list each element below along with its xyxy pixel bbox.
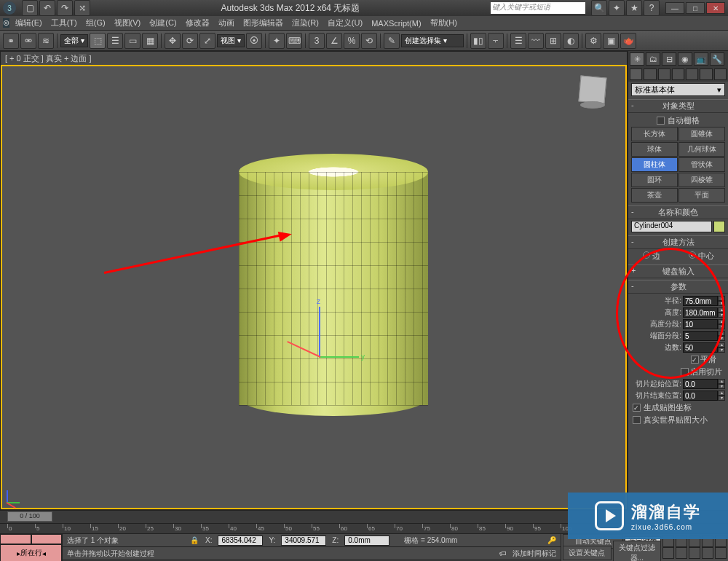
sliceto-spinner[interactable]: ▴▾	[683, 391, 725, 401]
nav-zoom-ext-icon[interactable]	[715, 547, 727, 559]
slice-on-checkbox[interactable]	[681, 368, 689, 376]
lights-cat-icon[interactable]	[658, 68, 670, 80]
mirror-icon[interactable]: ▮▯	[470, 33, 486, 49]
add-time-tag[interactable]: 添加时间标记	[513, 549, 556, 559]
prim-pyramid[interactable]: 四棱锥	[678, 173, 725, 187]
nav-maximize-icon[interactable]	[676, 547, 687, 559]
sides-spinner[interactable]: ▴▾	[683, 342, 725, 353]
cameras-cat-icon[interactable]	[672, 68, 684, 80]
nav-fov-icon[interactable]	[689, 547, 700, 559]
motion-tab-icon[interactable]: ◉	[678, 52, 692, 66]
systems-cat-icon[interactable]	[714, 68, 727, 80]
link-icon[interactable]: ⚭	[3, 33, 19, 49]
pivot-icon[interactable]: ⦿	[246, 33, 262, 49]
spinner-snap-icon[interactable]: ⟲	[361, 33, 377, 49]
coord-y-value[interactable]: 34009.571	[281, 536, 326, 546]
key-icon[interactable]: 🔑	[547, 536, 556, 544]
edit-named-sel-icon[interactable]: ✎	[384, 33, 400, 49]
prim-sphere[interactable]: 球体	[631, 142, 678, 157]
category-dropdown[interactable]: 标准基本体▾	[631, 83, 725, 96]
search-icon[interactable]: 🔍	[591, 0, 607, 16]
scale-icon[interactable]: ⤢	[199, 33, 215, 49]
time-tag-icon[interactable]: 🏷	[499, 549, 507, 557]
align-icon[interactable]: ⫟	[488, 33, 504, 49]
snap-toggle-icon[interactable]: 3	[309, 33, 325, 49]
time-slider-thumb[interactable]: 0 / 100	[7, 511, 52, 522]
name-color-header[interactable]: -名称和颜色	[628, 205, 728, 219]
prim-box[interactable]: 长方体	[631, 127, 678, 141]
help-search-input[interactable]: 键入关键字或短语	[491, 2, 585, 14]
key-filters-button[interactable]: 关键点过滤器...	[613, 541, 662, 561]
menu-views[interactable]: 视图(V)	[111, 17, 144, 28]
menu-animation[interactable]: 动画	[215, 17, 237, 28]
shapes-cat-icon[interactable]	[644, 68, 656, 80]
nav-orbit-icon[interactable]	[662, 547, 674, 559]
render-setup-icon[interactable]: ⚙	[585, 33, 601, 49]
slicefrom-spinner[interactable]: ▴▾	[683, 379, 725, 389]
material-editor-icon[interactable]: ◐	[563, 33, 579, 49]
radius-spinner[interactable]: ▴▾	[683, 296, 725, 306]
prim-tube[interactable]: 管状体	[678, 157, 725, 172]
script-mini-listener[interactable]: ▸所在行◂	[0, 534, 63, 561]
smooth-checkbox[interactable]	[691, 356, 699, 364]
object-type-header[interactable]: -对象类型	[628, 99, 728, 113]
move-icon[interactable]: ✥	[165, 33, 181, 49]
angle-snap-icon[interactable]: ∠	[326, 33, 342, 49]
prim-plane[interactable]: 平面	[678, 188, 725, 203]
ref-coord-combo[interactable]: 视图▾	[217, 34, 245, 47]
parameters-header[interactable]: -参数	[628, 280, 728, 294]
window-crossing-icon[interactable]: ▦	[142, 33, 158, 49]
capseg-spinner[interactable]: ▴▾	[683, 331, 725, 341]
helpers-cat-icon[interactable]	[686, 68, 698, 80]
create-tab-icon[interactable]: ✳	[630, 52, 644, 66]
rendered-frame-icon[interactable]: ▣	[603, 33, 619, 49]
menu-modifiers[interactable]: 修改器	[183, 17, 213, 28]
heightseg-spinner[interactable]: ▴▾	[683, 319, 725, 329]
prim-cylinder[interactable]: 圆柱体	[631, 157, 678, 172]
qat-redo-icon[interactable]: ↷	[57, 0, 73, 16]
layers-icon[interactable]: ☰	[510, 33, 526, 49]
named-sel-combo[interactable]: 创建选择集▾	[401, 34, 464, 47]
hierarchy-tab-icon[interactable]: ⊟	[662, 52, 676, 66]
qat-link-icon[interactable]: ⤭	[74, 0, 90, 16]
help-icon[interactable]: ?	[644, 0, 660, 16]
set-key-button[interactable]: 设置关键点	[563, 546, 612, 560]
menu-rendering[interactable]: 渲染(R)	[289, 17, 322, 28]
geometry-cat-icon[interactable]	[630, 68, 642, 80]
select-name-icon[interactable]: ☰	[107, 33, 123, 49]
unlink-icon[interactable]: ⚮	[20, 33, 36, 49]
display-tab-icon[interactable]: 📺	[694, 52, 708, 66]
select-rect-icon[interactable]: ▭	[124, 33, 141, 49]
comm-center-icon[interactable]: ✦	[609, 0, 625, 16]
creation-edge-radio[interactable]: 边	[643, 251, 660, 262]
menu-edit[interactable]: 编辑(E)	[12, 17, 45, 28]
menu-graph-editors[interactable]: 图形编辑器	[240, 17, 286, 28]
app-menu-icon[interactable]: ⊚	[3, 18, 9, 28]
viewport-label[interactable]: [ + 0 正交 ] 真实 + 边面 ]	[1, 52, 627, 65]
lock-selection-icon[interactable]: 🔒	[189, 536, 199, 546]
keyboard-entry-header[interactable]: +键盘输入	[628, 264, 728, 278]
menu-maxscript[interactable]: MAXScript(M)	[368, 19, 424, 28]
select-object-icon[interactable]: ⬚	[90, 33, 106, 49]
menu-group[interactable]: 组(G)	[83, 17, 108, 28]
viewport[interactable]: document.write(Array.from({length:22},(_…	[1, 65, 627, 509]
coord-z-value[interactable]: 0.0mm	[344, 536, 389, 546]
object-name-input[interactable]: Cylinder004	[631, 221, 712, 232]
real-world-checkbox[interactable]	[633, 416, 641, 424]
minimize-button[interactable]: —	[665, 2, 684, 14]
auto-grid-checkbox[interactable]	[657, 117, 665, 125]
bind-space-warp-icon[interactable]: ≋	[38, 33, 54, 49]
creation-method-header[interactable]: -创建方法	[628, 235, 728, 249]
gen-uv-checkbox[interactable]	[633, 404, 641, 412]
prim-teapot[interactable]: 茶壶	[631, 188, 678, 203]
utilities-tab-icon[interactable]: 🔧	[710, 52, 724, 66]
qat-new-icon[interactable]: ▢	[22, 0, 38, 16]
manipulate-icon[interactable]: ✦	[269, 33, 285, 49]
menu-create[interactable]: 创建(C)	[146, 17, 179, 28]
schematic-view-icon[interactable]: ⊞	[545, 33, 561, 49]
prim-cone[interactable]: 圆锥体	[678, 127, 725, 141]
prim-torus[interactable]: 圆环	[631, 173, 678, 187]
object-color-swatch[interactable]	[713, 221, 725, 232]
coord-x-value[interactable]: 68354.042	[218, 536, 263, 546]
rotate-icon[interactable]: ⟳	[182, 33, 198, 49]
